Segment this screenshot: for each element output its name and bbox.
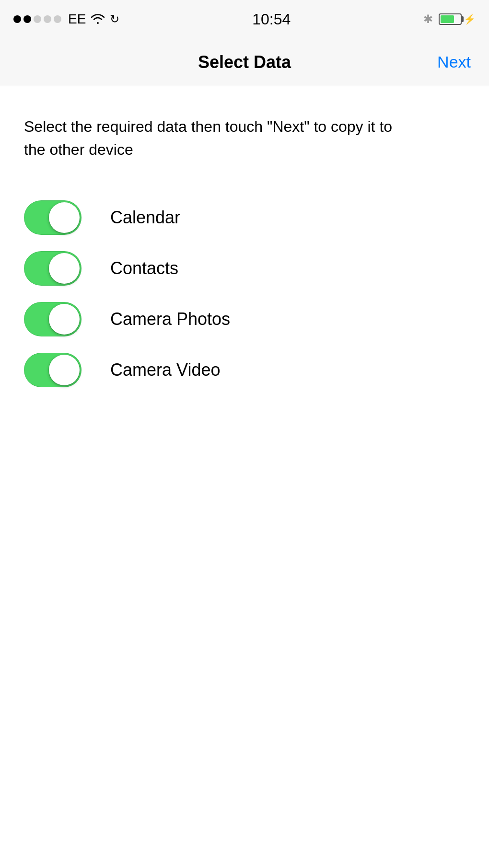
contacts-label: Contacts [110, 258, 178, 278]
battery-container: ⚡ [439, 13, 476, 25]
signal-dot-1 [13, 15, 21, 23]
bluetooth-icon: ✱ [423, 12, 433, 26]
camera-photos-toggle[interactable] [24, 302, 82, 336]
nav-bar: Select Data Next [0, 38, 489, 86]
description-text: Select the required data then touch "Nex… [24, 115, 417, 161]
refresh-icon: ↻ [110, 12, 119, 26]
signal-dot-2 [23, 15, 31, 23]
contacts-toggle[interactable] [24, 251, 82, 286]
toggle-list: Calendar Contacts Camera Photos Camera V… [24, 195, 465, 393]
toggle-knob [49, 304, 80, 335]
calendar-toggle[interactable] [24, 200, 82, 235]
time-display: 10:54 [252, 11, 291, 28]
toggle-knob [49, 355, 80, 385]
list-item: Contacts [24, 245, 465, 291]
toggle-knob [49, 253, 80, 284]
camera-video-toggle[interactable] [24, 353, 82, 387]
list-item: Camera Video [24, 347, 465, 393]
camera-video-label: Camera Video [110, 360, 220, 380]
signal-dot-5 [54, 15, 61, 23]
content-area: Select the required data then touch "Nex… [0, 86, 489, 868]
carrier-label: EE [68, 12, 86, 27]
wifi-icon [91, 14, 105, 24]
nav-title: Select Data [198, 52, 291, 72]
status-right: ✱ ⚡ [423, 12, 476, 26]
camera-photos-label: Camera Photos [110, 309, 230, 329]
next-button[interactable]: Next [432, 48, 476, 76]
battery-fill [441, 15, 454, 23]
signal-dot-3 [34, 15, 41, 23]
status-bar: EE ↻ 10:54 ✱ ⚡ [0, 0, 489, 38]
charging-icon: ⚡ [464, 13, 476, 25]
list-item: Camera Photos [24, 296, 465, 342]
calendar-label: Calendar [110, 208, 180, 228]
list-item: Calendar [24, 195, 465, 241]
toggle-knob [49, 202, 80, 233]
signal-dot-4 [44, 15, 51, 23]
status-left: EE ↻ [13, 12, 119, 27]
signal-strength [13, 15, 61, 23]
battery-icon [439, 13, 462, 25]
